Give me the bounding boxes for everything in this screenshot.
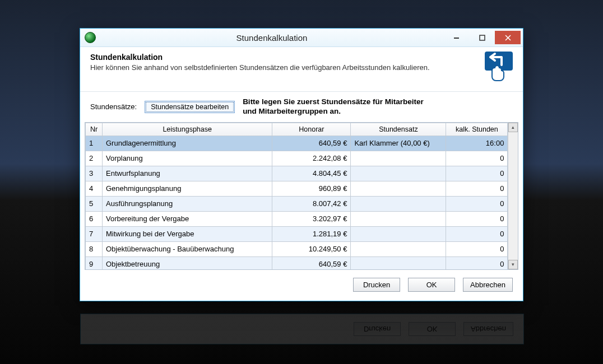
rates-label: Stundensätze:: [90, 102, 137, 111]
table-row[interactable]: 4Genehmigungsplanung960,89 €0: [86, 181, 508, 196]
col-honorar[interactable]: Honorar: [272, 123, 351, 136]
cell-phase[interactable]: Ausführungsplanung: [103, 196, 272, 211]
cell-kalk[interactable]: 0: [446, 196, 508, 211]
cell-phase[interactable]: Objektbetreuung: [103, 256, 272, 270]
cell-phase[interactable]: Genehmigungsplanung: [103, 181, 272, 196]
col-phase[interactable]: Leistungsphase: [103, 123, 272, 136]
cell-nr[interactable]: 6: [86, 211, 103, 226]
cell-satz[interactable]: Karl Klammer (40,00 €): [351, 136, 446, 151]
cell-satz[interactable]: [351, 166, 446, 181]
cell-nr[interactable]: 1: [86, 136, 103, 151]
cell-kalk[interactable]: 0: [446, 166, 508, 181]
maximize-button[interactable]: [469, 31, 495, 44]
hint-text: Bitte legen Sie zuerst Stundensätze für …: [243, 97, 424, 116]
cell-satz[interactable]: [351, 151, 446, 166]
header-title: Stundenkalkulation: [90, 53, 466, 62]
cell-phase[interactable]: Grundlagenermittlung: [103, 136, 272, 151]
cell-kalk[interactable]: 0: [446, 241, 508, 256]
cell-phase[interactable]: Vorplanung: [103, 151, 272, 166]
table-row[interactable]: 5Ausführungsplanung8.007,42 €0: [86, 196, 508, 211]
cell-kalk[interactable]: 0: [446, 211, 508, 226]
cell-honorar[interactable]: 1.281,19 €: [272, 226, 351, 241]
cell-satz[interactable]: [351, 241, 446, 256]
header-description: Hier können Sie anhand von selbstdefinie…: [90, 63, 466, 73]
cell-kalk[interactable]: 0: [446, 226, 508, 241]
close-button[interactable]: [495, 31, 521, 44]
col-kalk[interactable]: kalk. Stunden: [446, 123, 508, 136]
cell-nr[interactable]: 9: [86, 256, 103, 270]
cell-nr[interactable]: 8: [86, 241, 103, 256]
col-satz[interactable]: Stundensatz: [351, 123, 446, 136]
cell-honorar[interactable]: 960,89 €: [272, 181, 351, 196]
vertical-scrollbar[interactable]: ▴ ▾: [508, 123, 518, 269]
data-grid[interactable]: Nr Leistungsphase Honorar Stundensatz ka…: [85, 122, 518, 270]
titlebar[interactable]: Stundenkalkulation: [80, 29, 523, 47]
cell-phase[interactable]: Entwurfsplanung: [103, 166, 272, 181]
cell-kalk[interactable]: 0: [446, 256, 508, 270]
cancel-button[interactable]: Abbrechen: [463, 278, 513, 292]
window-controls: [443, 31, 521, 44]
cell-kalk[interactable]: 0: [446, 181, 508, 196]
dialog-footer: Drucken OK Abbrechen: [80, 270, 523, 301]
cell-honorar[interactable]: 640,59 €: [272, 256, 351, 270]
header: Stundenkalkulation Hier können Sie anhan…: [80, 47, 523, 92]
table-row[interactable]: 7Mitwirkung bei der Vergabe1.281,19 €0: [86, 226, 508, 241]
cell-nr[interactable]: 2: [86, 151, 103, 166]
scroll-up-icon[interactable]: ▴: [508, 123, 518, 132]
cell-phase[interactable]: Mitwirkung bei der Vergabe: [103, 226, 272, 241]
cell-satz[interactable]: [351, 226, 446, 241]
cell-kalk[interactable]: 16:00: [446, 136, 508, 151]
print-button[interactable]: Drucken: [353, 278, 400, 292]
cell-phase[interactable]: Vorbereitung der Vergabe: [103, 211, 272, 226]
window-title: Stundenkalkulation: [100, 33, 443, 43]
cell-nr[interactable]: 3: [86, 166, 103, 181]
dialog-window: Stundenkalkulation Stundenkalkulation Hi…: [80, 28, 523, 301]
cell-satz[interactable]: [351, 196, 446, 211]
cell-phase[interactable]: Objektüberwachung - Bauüberwachung: [103, 241, 272, 256]
table-row[interactable]: 9Objektbetreuung640,59 €0: [86, 256, 508, 270]
cell-nr[interactable]: 5: [86, 196, 103, 211]
column-headers[interactable]: Nr Leistungsphase Honorar Stundensatz ka…: [86, 123, 508, 136]
col-nr[interactable]: Nr: [86, 123, 103, 136]
cell-honorar[interactable]: 3.202,97 €: [272, 211, 351, 226]
cell-honorar[interactable]: 2.242,08 €: [272, 151, 351, 166]
app-icon: [85, 32, 96, 43]
table-row[interactable]: 8Objektüberwachung - Bauüberwachung10.24…: [86, 241, 508, 256]
cell-honorar[interactable]: 8.007,42 €: [272, 196, 351, 211]
minimize-button[interactable]: [443, 31, 469, 44]
svg-rect-1: [480, 35, 485, 40]
cell-nr[interactable]: 4: [86, 181, 103, 196]
cell-honorar[interactable]: 10.249,50 €: [272, 241, 351, 256]
cell-satz[interactable]: [351, 181, 446, 196]
toolbar: Stundensätze: Stundensätze bearbeiten Bi…: [80, 92, 523, 120]
enter-hand-icon: [474, 50, 513, 83]
cell-honorar[interactable]: 4.804,45 €: [272, 166, 351, 181]
cell-nr[interactable]: 7: [86, 226, 103, 241]
cell-satz[interactable]: [351, 211, 446, 226]
table-row[interactable]: 3Entwurfsplanung4.804,45 €0: [86, 166, 508, 181]
edit-rates-button[interactable]: Stundensätze bearbeiten: [145, 101, 235, 113]
scroll-down-icon[interactable]: ▾: [508, 260, 518, 269]
cell-satz[interactable]: [351, 256, 446, 270]
cell-honorar[interactable]: 640,59 €: [272, 136, 351, 151]
table-row[interactable]: 6Vorbereitung der Vergabe3.202,97 €0: [86, 211, 508, 226]
table-row[interactable]: 1Grundlagenermittlung640,59 €Karl Klamme…: [86, 136, 508, 151]
ok-button[interactable]: OK: [408, 278, 455, 292]
table-row[interactable]: 2Vorplanung2.242,08 €0: [86, 151, 508, 166]
cell-kalk[interactable]: 0: [446, 151, 508, 166]
